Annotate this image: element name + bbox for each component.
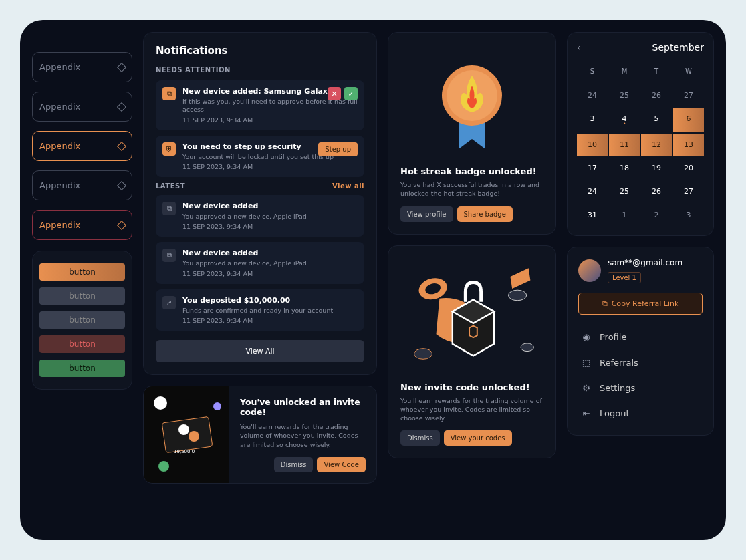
calendar-cell[interactable]: 10 xyxy=(577,134,608,156)
appendix-item[interactable]: Appendix xyxy=(32,92,132,122)
notification-desc: Funds are confirmed and ready in your ac… xyxy=(182,307,358,315)
svg-text:19,500.0: 19,500.0 xyxy=(174,449,195,454)
view-all-link[interactable]: View all xyxy=(332,182,364,190)
calendar-cell[interactable]: 17 xyxy=(577,157,608,179)
dismiss-button[interactable]: Dismiss xyxy=(400,430,440,446)
diamond-icon xyxy=(117,62,126,72)
svg-point-6 xyxy=(158,461,169,472)
diamond-icon xyxy=(117,102,126,111)
badge-illustration xyxy=(400,45,543,160)
svg-point-3 xyxy=(178,424,189,435)
share-badge-button[interactable]: Share badge xyxy=(457,206,513,222)
svg-point-4 xyxy=(189,431,199,442)
menu-settings[interactable]: ⚙Settings xyxy=(578,376,703,399)
notification-item[interactable]: ⧉ New device added You approved a new de… xyxy=(156,195,364,237)
appendix-item[interactable]: Appendix xyxy=(32,170,132,200)
calendar-cell[interactable]: 27 xyxy=(673,84,704,106)
calendar-cell[interactable]: 26 xyxy=(641,180,672,202)
calendar-month: September xyxy=(652,42,704,53)
button-secondary[interactable]: button xyxy=(39,287,125,305)
hotstreak-card: Hot streak badge unlocked! You've had X … xyxy=(388,32,556,235)
calendar-cell[interactable]: 24 xyxy=(577,84,608,106)
shield-icon: ⛨ xyxy=(162,142,176,156)
calendar-day-header: M xyxy=(609,63,640,79)
calendar-cell[interactable]: 27 xyxy=(673,180,704,202)
button-success[interactable]: button xyxy=(39,360,125,377)
calendar-cell[interactable]: 3 xyxy=(673,204,704,226)
calendar-cell[interactable]: 25 xyxy=(609,180,640,202)
calendar-cell[interactable]: 3 xyxy=(577,108,608,132)
appendix-item[interactable]: Appendix xyxy=(32,210,132,240)
appendix-label: Appendix xyxy=(39,141,80,151)
invite-code-card: 19,500.0 You've unlocked an invite code!… xyxy=(143,386,377,484)
svg-point-15 xyxy=(508,290,526,301)
dismiss-button[interactable]: Dismiss xyxy=(274,457,314,472)
notifications-title: Notifications xyxy=(156,45,364,57)
step-up-button[interactable]: Step up xyxy=(318,142,358,156)
avatar[interactable] xyxy=(578,259,601,282)
calendar-widget: ‹ September S M T W 24 25 26 27 3 4 5 6 … xyxy=(567,32,714,236)
notification-item[interactable]: ⧉ New device added You approved a new de… xyxy=(156,242,364,283)
menu-logout[interactable]: ⇤Logout xyxy=(578,402,703,424)
view-profile-button[interactable]: View profile xyxy=(400,206,453,222)
notification-title: You deposited $10,000.00 xyxy=(182,296,358,305)
button-danger[interactable]: button xyxy=(39,335,125,353)
calendar-grid: 24 25 26 27 3 4 5 6 10 11 12 13 17 18 19… xyxy=(577,84,704,226)
notification-date: 11 SEP 2023, 9:34 AM xyxy=(182,270,358,277)
notification-title: New device added xyxy=(182,202,358,211)
button-primary[interactable]: button xyxy=(39,263,125,281)
notification-item[interactable]: ↗ You deposited $10,000.00 Funds are con… xyxy=(156,289,364,331)
calendar-cell[interactable]: 13 xyxy=(673,134,704,156)
gear-icon: ⚙ xyxy=(581,382,592,393)
calendar-cell[interactable]: 26 xyxy=(641,84,672,106)
calendar-day-header: T xyxy=(641,63,672,79)
device-icon: ⧉ xyxy=(162,249,176,262)
calendar-day-header: S xyxy=(577,63,608,79)
appendix-item[interactable]: Appendix xyxy=(32,52,132,82)
calendar-cell[interactable]: 5 xyxy=(641,108,672,132)
calendar-cell[interactable]: 25 xyxy=(609,84,640,106)
calendar-cell[interactable]: 11 xyxy=(609,134,640,156)
calendar-cell[interactable]: 2 xyxy=(641,204,672,226)
svg-point-16 xyxy=(521,343,533,352)
invite-code-card-2: New invite code unlocked! You'll earn re… xyxy=(388,245,556,459)
notification-item[interactable]: ⧉ New device added: Samsung Galaxy If th… xyxy=(156,80,364,130)
chevron-left-icon[interactable]: ‹ xyxy=(577,42,581,53)
view-code-button[interactable]: View Code xyxy=(317,457,366,472)
appendix-item-active[interactable]: Appendix xyxy=(32,131,132,161)
diamond-icon xyxy=(117,141,126,150)
menu-profile[interactable]: ◉Profile xyxy=(578,325,703,348)
button-secondary[interactable]: button xyxy=(39,311,125,329)
reject-button[interactable]: ✕ xyxy=(328,87,341,100)
calendar-cell[interactable]: 31 xyxy=(577,204,608,226)
device-icon: ⧉ xyxy=(162,202,176,215)
svg-point-14 xyxy=(414,348,432,359)
calendar-day-header: W xyxy=(673,63,704,79)
user-email: sam**@gmail.com xyxy=(608,258,703,267)
copy-referral-button[interactable]: ⧉ Copy Referral Link xyxy=(578,293,703,315)
calendar-cell[interactable]: 1 xyxy=(609,204,640,226)
notification-date: 11 SEP 2023, 9:34 AM xyxy=(182,317,358,324)
view-all-button[interactable]: View All xyxy=(156,340,364,362)
menu-referrals[interactable]: ⬚Referrals xyxy=(578,351,703,374)
calendar-cell[interactable]: 20 xyxy=(673,157,704,179)
menu-label: Profile xyxy=(600,332,626,342)
menu-label: Logout xyxy=(600,408,630,418)
calendar-cell[interactable]: 19 xyxy=(641,157,672,179)
view-codes-button[interactable]: View your codes xyxy=(444,430,512,446)
calendar-cell[interactable]: 12 xyxy=(641,134,672,156)
notification-desc: You approved a new device, Apple iPad xyxy=(182,213,358,221)
ticket-icon: ⬚ xyxy=(581,357,592,368)
logout-icon: ⇤ xyxy=(581,408,592,418)
notification-item[interactable]: ⛨ You need to step up security Your acco… xyxy=(156,136,364,177)
notification-date: 11 SEP 2023, 9:34 AM xyxy=(182,163,358,170)
calendar-cell[interactable]: 18 xyxy=(609,157,640,179)
calendar-cell[interactable]: 24 xyxy=(577,180,608,202)
menu-label: Settings xyxy=(600,383,635,393)
notification-date: 11 SEP 2023, 9:34 AM xyxy=(182,223,358,230)
approve-button[interactable]: ✓ xyxy=(344,87,358,100)
menu-label: Referrals xyxy=(600,358,638,368)
user-level-badge: Level 1 xyxy=(608,272,641,283)
calendar-cell[interactable]: 6 xyxy=(673,108,704,132)
calendar-cell[interactable]: 4 xyxy=(609,108,640,132)
